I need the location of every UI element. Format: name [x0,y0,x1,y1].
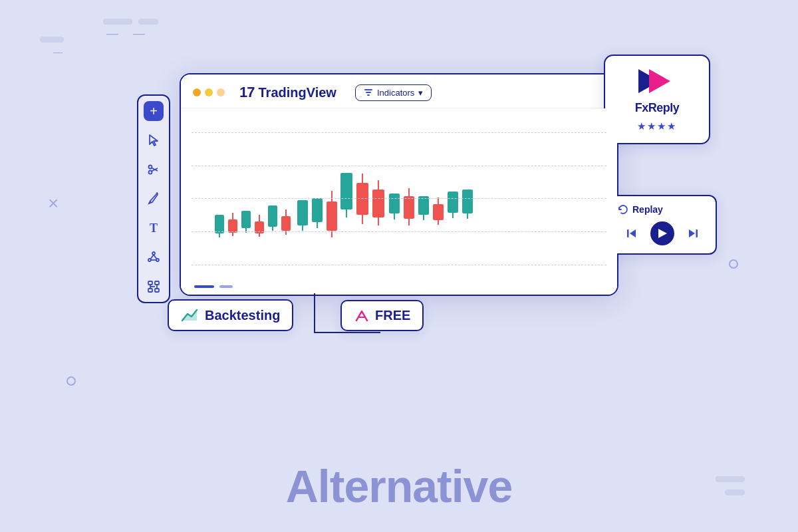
svg-rect-18 [627,229,629,237]
replay-controls [618,221,706,245]
replay-title: Replay [618,204,706,215]
svg-rect-31 [241,211,251,228]
candle-10 [340,173,352,217]
svg-rect-37 [268,205,277,227]
tv-chart-area [181,108,617,295]
window-dots [193,88,225,96]
toolbar-node[interactable] [144,247,164,267]
indicators-icon [364,88,373,96]
svg-line-9 [154,255,157,259]
svg-rect-25 [215,215,224,233]
svg-rect-73 [448,192,458,213]
free-badge: FREE [340,300,424,331]
candle-3 [241,211,251,233]
svg-rect-21 [364,89,372,90]
candle-14 [404,188,414,225]
toolbar-flow[interactable] [144,277,164,297]
candle-2 [228,213,237,236]
toolbar-plus[interactable]: + [144,101,164,121]
svg-point-0 [149,166,152,169]
indicator-bar-2 [219,285,233,288]
svg-point-1 [149,171,152,174]
fxreply-logo [636,66,678,96]
toolbar-text[interactable]: T [144,218,164,238]
svg-rect-46 [312,198,323,222]
svg-rect-43 [297,200,308,225]
svg-rect-14 [155,289,159,292]
svg-rect-49 [327,201,337,231]
svg-rect-11 [148,281,152,285]
candle-11 [356,174,368,224]
tv-logo-text: TradingView [258,85,336,100]
svg-rect-23 [367,94,370,96]
candle-8 [312,198,323,228]
indicator-bar-1 [194,285,214,288]
tv-logo: 17 TradingView [239,84,336,101]
replay-next-btn[interactable] [684,224,702,243]
svg-rect-19 [696,229,698,237]
svg-rect-52 [340,173,352,209]
fxreply-stars: ★★★★ [637,120,677,132]
deco-x-topleft: — [106,27,118,41]
candle-4 [255,215,264,237]
backtesting-icon [181,307,200,323]
dot-3 [217,88,225,96]
svg-rect-58 [372,190,384,217]
deco-rect-3 [40,37,64,43]
dot-2 [205,88,213,96]
deco-rect-1 [103,19,132,25]
play-arrow-pink [649,69,670,93]
svg-rect-76 [462,190,473,213]
bottom-indicators [194,285,233,288]
dot-1 [193,88,201,96]
deco-dash-topleft2: — [133,27,145,41]
candle-5 [268,205,277,231]
candlestick-chart [192,116,606,276]
tv-titlebar: 17 TradingView Indicators ▾ [181,74,617,108]
left-toolbar: + T [137,94,170,303]
candle-13 [389,194,400,219]
candle-6 [281,209,291,235]
replay-icon [618,204,628,215]
svg-rect-70 [433,204,444,220]
svg-rect-55 [356,183,368,215]
svg-rect-34 [255,221,264,233]
toolbar-pen[interactable] [144,189,164,209]
connector-horiz-free [314,332,380,333]
candle-12 [372,180,384,225]
toolbar-scissors[interactable] [144,160,164,180]
svg-rect-67 [418,196,429,215]
candle-17 [448,192,458,218]
fxreply-name: FxReply [635,101,680,115]
deco-rect-2 [138,19,158,25]
svg-rect-13 [148,289,152,292]
tv-indicators-btn[interactable]: Indicators ▾ [355,84,432,101]
candle-15 [418,196,429,220]
replay-prev-btn[interactable] [622,224,641,243]
svg-rect-22 [366,92,371,93]
candle-16 [433,198,444,225]
toolbar-pointer[interactable] [144,130,164,150]
deco-rect-4 [716,476,745,482]
indicators-chevron: ▾ [418,88,423,98]
svg-rect-64 [404,196,414,219]
connector-vert-backtesting [314,293,315,333]
deco-circle-2 [729,259,738,269]
main-container: + T FxReply ★★★★ [80,53,718,492]
candle-9 [327,191,337,237]
tv-logo-mark: 17 [239,84,254,101]
replay-label: Replay [632,204,663,215]
replay-play-btn[interactable] [650,221,674,245]
deco-dash-left: — [53,47,63,57]
free-label: FREE [375,308,410,323]
svg-point-5 [152,252,155,255]
deco-circle-1 [66,376,76,386]
candle-7 [297,200,308,231]
deco-rect-5 [725,489,745,495]
candle-18 [462,190,473,219]
svg-line-8 [150,255,154,259]
svg-rect-40 [281,216,291,231]
svg-rect-61 [389,194,400,213]
svg-rect-28 [228,219,237,233]
backtesting-label: Backtesting [205,308,280,323]
